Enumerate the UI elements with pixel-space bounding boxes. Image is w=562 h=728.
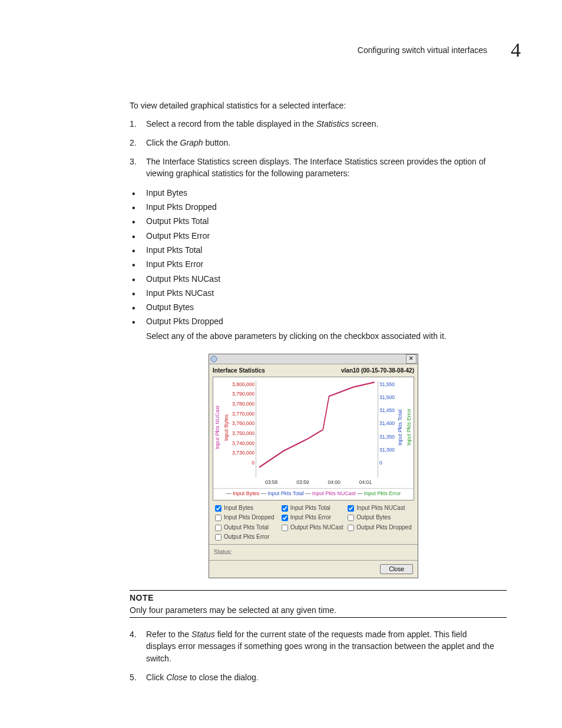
y-label-bytes: Input Bytes bbox=[222, 377, 231, 477]
parameters-list: Input BytesInput Pkts DroppedOutput Pkts… bbox=[130, 187, 497, 328]
step-item: Select a record from the table displayed… bbox=[130, 118, 497, 130]
parameter-item: Input Pkts Error bbox=[130, 258, 497, 270]
step-item: Click Close to close the dialog. bbox=[130, 671, 497, 683]
after-bullets-text: Select any of the above parameters by cl… bbox=[146, 330, 497, 342]
x-axis: 03:5803:5904:0004:01 bbox=[213, 477, 414, 488]
status-field: Status: bbox=[209, 544, 418, 561]
page-header: Configuring switch virtual interfaces 4 bbox=[41, 35, 521, 64]
close-button[interactable]: Close bbox=[380, 564, 413, 574]
chart-area: Input Pkts NUCast Input Bytes 3,800,0003… bbox=[213, 377, 414, 500]
parameter-item: Input Pkts NUCast bbox=[130, 287, 497, 299]
step-item: The Interface Statistics screen displays… bbox=[130, 156, 497, 180]
parameter-item: Output Pkts Error bbox=[130, 230, 497, 242]
panel-subtitle: vlan10 (00-15-70-38-08-42) bbox=[341, 367, 414, 375]
y-label-nucast: Input Pkts NUCast bbox=[213, 377, 222, 477]
parameter-item: Output Pkts Total bbox=[130, 215, 497, 227]
param-checkbox[interactable]: Output Pkts Dropped bbox=[348, 523, 412, 532]
parameter-item: Input Bytes bbox=[130, 187, 497, 199]
param-checkbox[interactable]: Input Pkts Total bbox=[282, 504, 346, 513]
param-checkbox[interactable]: Input Pkts Dropped bbox=[215, 513, 279, 522]
param-checkbox[interactable]: Input Bytes bbox=[215, 504, 279, 513]
intro-text: To view detailed graphical statistics fo… bbox=[130, 100, 497, 111]
param-checkbox[interactable]: Output Pkts Error bbox=[215, 533, 279, 542]
note-body: Only four parameters may be selected at … bbox=[130, 604, 507, 616]
param-checkbox[interactable]: Input Pkts Error bbox=[282, 513, 346, 522]
param-checkbox[interactable]: Output Bytes bbox=[348, 513, 412, 522]
parameter-item: Output Pkts NUCast bbox=[130, 273, 497, 285]
chart-legend: — Input Bytes — Input Pkts Total — Input… bbox=[213, 488, 414, 500]
parameter-item: Input Pkts Total bbox=[130, 244, 497, 256]
y-axis-right: 31,55031,50031,45031,40031,35031,3000 bbox=[378, 377, 396, 477]
step-item: Click the Graph button. bbox=[130, 137, 497, 149]
param-checkbox[interactable]: Output Pkts NUCast bbox=[282, 523, 346, 532]
steps-list: Select a record from the table displayed… bbox=[130, 118, 497, 180]
window-close-icon[interactable]: ✕ bbox=[406, 354, 416, 364]
param-checkbox[interactable]: Input Pkts NUCast bbox=[348, 504, 412, 513]
parameter-item: Input Pkts Dropped bbox=[130, 201, 497, 213]
java-icon bbox=[210, 355, 217, 363]
page-body: To view detailed graphical statistics fo… bbox=[130, 100, 497, 683]
window-titlebar: ✕ bbox=[209, 354, 418, 364]
note-block: NOTE Only four parameters may be selecte… bbox=[130, 590, 507, 618]
y-label-total: Input Pkts Total bbox=[396, 377, 405, 477]
interface-statistics-window: ✕ Interface Statistics vlan10 (00-15-70-… bbox=[209, 354, 418, 578]
parameter-item: Output Pkts Dropped bbox=[130, 315, 497, 327]
y-label-error: Input Pkts Error bbox=[405, 377, 414, 477]
svg-point-0 bbox=[211, 356, 217, 362]
breadcrumb: Configuring switch virtual interfaces bbox=[358, 44, 487, 56]
step-item: Refer to the Status field for the curren… bbox=[130, 628, 497, 664]
parameter-item: Output Bytes bbox=[130, 301, 497, 313]
plot-area bbox=[256, 381, 378, 477]
parameter-checkboxes: Input BytesInput Pkts TotalInput Pkts NU… bbox=[209, 500, 418, 544]
param-checkbox[interactable]: Output Pkts Total bbox=[215, 523, 279, 532]
note-heading: NOTE bbox=[130, 592, 507, 604]
y-axis-left: 3,800,0003,790,0003,780,0003,770,0003,76… bbox=[231, 377, 256, 477]
panel-title: Interface Statistics bbox=[213, 367, 265, 375]
steps-list-contd: Refer to the Status field for the curren… bbox=[130, 628, 497, 683]
chapter-number: 4 bbox=[511, 35, 521, 64]
